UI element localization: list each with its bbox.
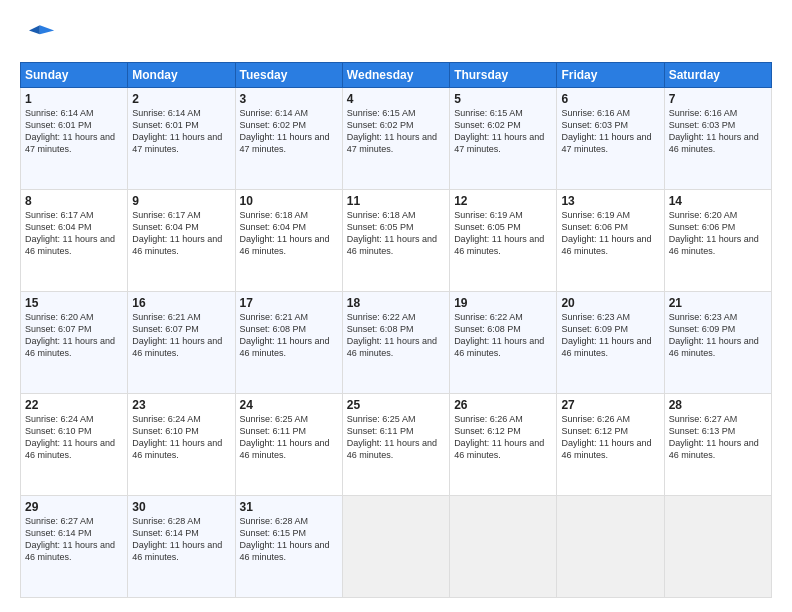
- page: Sunday Monday Tuesday Wednesday Thursday…: [0, 0, 792, 612]
- table-row: 3 Sunrise: 6:14 AMSunset: 6:02 PMDayligh…: [235, 88, 342, 190]
- day-info: Sunrise: 6:22 AMSunset: 6:08 PMDaylight:…: [454, 312, 544, 358]
- day-info: Sunrise: 6:18 AMSunset: 6:05 PMDaylight:…: [347, 210, 437, 256]
- day-number: 15: [25, 296, 123, 310]
- table-row: 8 Sunrise: 6:17 AMSunset: 6:04 PMDayligh…: [21, 190, 128, 292]
- day-number: 23: [132, 398, 230, 412]
- table-row: 12 Sunrise: 6:19 AMSunset: 6:05 PMDaylig…: [450, 190, 557, 292]
- day-info: Sunrise: 6:19 AMSunset: 6:06 PMDaylight:…: [561, 210, 651, 256]
- day-info: Sunrise: 6:17 AMSunset: 6:04 PMDaylight:…: [132, 210, 222, 256]
- table-row: 30 Sunrise: 6:28 AMSunset: 6:14 PMDaylig…: [128, 496, 235, 598]
- table-row: 1 Sunrise: 6:14 AMSunset: 6:01 PMDayligh…: [21, 88, 128, 190]
- day-number: 6: [561, 92, 659, 106]
- day-number: 2: [132, 92, 230, 106]
- day-number: 14: [669, 194, 767, 208]
- table-row: 4 Sunrise: 6:15 AMSunset: 6:02 PMDayligh…: [342, 88, 449, 190]
- header-tuesday: Tuesday: [235, 63, 342, 88]
- table-row: 26 Sunrise: 6:26 AMSunset: 6:12 PMDaylig…: [450, 394, 557, 496]
- day-info: Sunrise: 6:20 AMSunset: 6:07 PMDaylight:…: [25, 312, 115, 358]
- day-number: 13: [561, 194, 659, 208]
- table-row: 7 Sunrise: 6:16 AMSunset: 6:03 PMDayligh…: [664, 88, 771, 190]
- table-row: 11 Sunrise: 6:18 AMSunset: 6:05 PMDaylig…: [342, 190, 449, 292]
- table-row: 25 Sunrise: 6:25 AMSunset: 6:11 PMDaylig…: [342, 394, 449, 496]
- calendar-week-row: 29 Sunrise: 6:27 AMSunset: 6:14 PMDaylig…: [21, 496, 772, 598]
- day-info: Sunrise: 6:18 AMSunset: 6:04 PMDaylight:…: [240, 210, 330, 256]
- day-info: Sunrise: 6:14 AMSunset: 6:01 PMDaylight:…: [132, 108, 222, 154]
- table-row: 29 Sunrise: 6:27 AMSunset: 6:14 PMDaylig…: [21, 496, 128, 598]
- day-info: Sunrise: 6:27 AMSunset: 6:14 PMDaylight:…: [25, 516, 115, 562]
- day-number: 28: [669, 398, 767, 412]
- day-number: 27: [561, 398, 659, 412]
- calendar-header-row: Sunday Monday Tuesday Wednesday Thursday…: [21, 63, 772, 88]
- day-number: 17: [240, 296, 338, 310]
- day-info: Sunrise: 6:25 AMSunset: 6:11 PMDaylight:…: [347, 414, 437, 460]
- table-row: 23 Sunrise: 6:24 AMSunset: 6:10 PMDaylig…: [128, 394, 235, 496]
- table-row: [664, 496, 771, 598]
- table-row: 19 Sunrise: 6:22 AMSunset: 6:08 PMDaylig…: [450, 292, 557, 394]
- table-row: 13 Sunrise: 6:19 AMSunset: 6:06 PMDaylig…: [557, 190, 664, 292]
- day-info: Sunrise: 6:28 AMSunset: 6:15 PMDaylight:…: [240, 516, 330, 562]
- day-info: Sunrise: 6:14 AMSunset: 6:02 PMDaylight:…: [240, 108, 330, 154]
- table-row: 27 Sunrise: 6:26 AMSunset: 6:12 PMDaylig…: [557, 394, 664, 496]
- table-row: 20 Sunrise: 6:23 AMSunset: 6:09 PMDaylig…: [557, 292, 664, 394]
- day-number: 3: [240, 92, 338, 106]
- header-sunday: Sunday: [21, 63, 128, 88]
- table-row: 18 Sunrise: 6:22 AMSunset: 6:08 PMDaylig…: [342, 292, 449, 394]
- day-number: 12: [454, 194, 552, 208]
- day-info: Sunrise: 6:25 AMSunset: 6:11 PMDaylight:…: [240, 414, 330, 460]
- table-row: [342, 496, 449, 598]
- calendar-week-row: 1 Sunrise: 6:14 AMSunset: 6:01 PMDayligh…: [21, 88, 772, 190]
- day-number: 22: [25, 398, 123, 412]
- day-number: 16: [132, 296, 230, 310]
- calendar-table: Sunday Monday Tuesday Wednesday Thursday…: [20, 62, 772, 598]
- day-number: 4: [347, 92, 445, 106]
- day-info: Sunrise: 6:21 AMSunset: 6:08 PMDaylight:…: [240, 312, 330, 358]
- day-info: Sunrise: 6:26 AMSunset: 6:12 PMDaylight:…: [561, 414, 651, 460]
- logo-icon: [20, 18, 56, 54]
- table-row: 2 Sunrise: 6:14 AMSunset: 6:01 PMDayligh…: [128, 88, 235, 190]
- logo: [20, 18, 62, 54]
- table-row: 17 Sunrise: 6:21 AMSunset: 6:08 PMDaylig…: [235, 292, 342, 394]
- calendar-week-row: 8 Sunrise: 6:17 AMSunset: 6:04 PMDayligh…: [21, 190, 772, 292]
- day-number: 26: [454, 398, 552, 412]
- table-row: 15 Sunrise: 6:20 AMSunset: 6:07 PMDaylig…: [21, 292, 128, 394]
- day-info: Sunrise: 6:23 AMSunset: 6:09 PMDaylight:…: [561, 312, 651, 358]
- day-number: 10: [240, 194, 338, 208]
- svg-marker-0: [40, 25, 54, 34]
- table-row: 14 Sunrise: 6:20 AMSunset: 6:06 PMDaylig…: [664, 190, 771, 292]
- top-section: [20, 18, 772, 54]
- table-row: [450, 496, 557, 598]
- header-wednesday: Wednesday: [342, 63, 449, 88]
- day-info: Sunrise: 6:15 AMSunset: 6:02 PMDaylight:…: [347, 108, 437, 154]
- table-row: 31 Sunrise: 6:28 AMSunset: 6:15 PMDaylig…: [235, 496, 342, 598]
- day-info: Sunrise: 6:19 AMSunset: 6:05 PMDaylight:…: [454, 210, 544, 256]
- table-row: 24 Sunrise: 6:25 AMSunset: 6:11 PMDaylig…: [235, 394, 342, 496]
- header-saturday: Saturday: [664, 63, 771, 88]
- day-info: Sunrise: 6:20 AMSunset: 6:06 PMDaylight:…: [669, 210, 759, 256]
- day-info: Sunrise: 6:15 AMSunset: 6:02 PMDaylight:…: [454, 108, 544, 154]
- day-info: Sunrise: 6:22 AMSunset: 6:08 PMDaylight:…: [347, 312, 437, 358]
- day-number: 24: [240, 398, 338, 412]
- table-row: 9 Sunrise: 6:17 AMSunset: 6:04 PMDayligh…: [128, 190, 235, 292]
- table-row: [557, 496, 664, 598]
- header-friday: Friday: [557, 63, 664, 88]
- day-info: Sunrise: 6:17 AMSunset: 6:04 PMDaylight:…: [25, 210, 115, 256]
- table-row: 6 Sunrise: 6:16 AMSunset: 6:03 PMDayligh…: [557, 88, 664, 190]
- day-number: 19: [454, 296, 552, 310]
- day-number: 9: [132, 194, 230, 208]
- day-number: 30: [132, 500, 230, 514]
- day-number: 18: [347, 296, 445, 310]
- header-thursday: Thursday: [450, 63, 557, 88]
- day-info: Sunrise: 6:28 AMSunset: 6:14 PMDaylight:…: [132, 516, 222, 562]
- day-info: Sunrise: 6:23 AMSunset: 6:09 PMDaylight:…: [669, 312, 759, 358]
- day-info: Sunrise: 6:16 AMSunset: 6:03 PMDaylight:…: [561, 108, 651, 154]
- table-row: 28 Sunrise: 6:27 AMSunset: 6:13 PMDaylig…: [664, 394, 771, 496]
- day-info: Sunrise: 6:14 AMSunset: 6:01 PMDaylight:…: [25, 108, 115, 154]
- table-row: 21 Sunrise: 6:23 AMSunset: 6:09 PMDaylig…: [664, 292, 771, 394]
- day-number: 8: [25, 194, 123, 208]
- day-number: 21: [669, 296, 767, 310]
- day-number: 11: [347, 194, 445, 208]
- day-info: Sunrise: 6:26 AMSunset: 6:12 PMDaylight:…: [454, 414, 544, 460]
- table-row: 22 Sunrise: 6:24 AMSunset: 6:10 PMDaylig…: [21, 394, 128, 496]
- day-info: Sunrise: 6:21 AMSunset: 6:07 PMDaylight:…: [132, 312, 222, 358]
- calendar-week-row: 15 Sunrise: 6:20 AMSunset: 6:07 PMDaylig…: [21, 292, 772, 394]
